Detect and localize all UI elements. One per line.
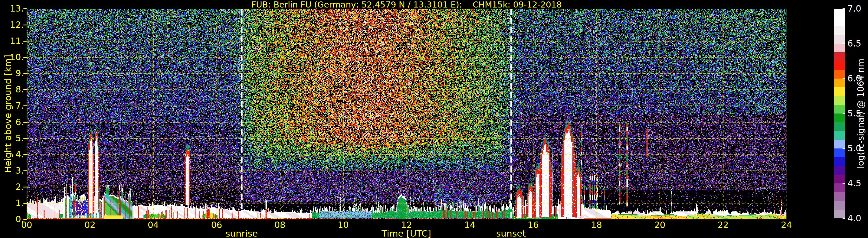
y-tick-label: 9. xyxy=(0,68,24,78)
colorbar-tick-mark xyxy=(842,113,845,114)
y-tick-label: 2. xyxy=(0,182,24,192)
colorbar-tick-mark xyxy=(842,8,845,9)
x-axis-label: Time [UTC] xyxy=(381,229,431,238)
y-tick-label: 10. xyxy=(0,52,24,62)
x-tick-label: 22 xyxy=(706,220,740,230)
colorbar-tick-label: 6.5 xyxy=(847,38,868,49)
x-tick-label: 04 xyxy=(136,220,170,230)
y-tick-mark xyxy=(24,8,27,9)
y-tick-mark xyxy=(24,170,27,171)
colorbar-tick-mark xyxy=(842,218,845,219)
y-tick-label: 3. xyxy=(0,166,24,176)
y-tick-mark xyxy=(24,203,27,204)
plot-area xyxy=(27,9,786,219)
colorbar-tick-label: 4.5 xyxy=(847,178,868,189)
y-tick-mark xyxy=(24,154,27,155)
y-tick-mark xyxy=(24,57,27,58)
y-tick-label: 11. xyxy=(0,36,24,46)
y-tick-label: 4. xyxy=(0,149,24,160)
heatmap-canvas xyxy=(27,9,786,219)
x-tick-label: 10 xyxy=(326,220,361,230)
y-tick-label: 7. xyxy=(0,101,24,111)
y-tick-mark xyxy=(24,89,27,90)
sunrise-label: sunrise xyxy=(225,229,258,238)
colorbar-tick-mark xyxy=(842,78,845,79)
y-tick-label: 13. xyxy=(0,3,24,14)
sunset-label: sunset xyxy=(496,229,526,238)
y-tick-mark xyxy=(24,122,27,123)
ceilometer-quicklook: FUB: Berlin FU (Germany; 52.4579 N / 13.… xyxy=(0,0,868,238)
colorbar-tick-mark xyxy=(842,148,845,149)
y-tick-mark xyxy=(24,105,27,106)
colorbar-tick-label: 4.0 xyxy=(847,213,868,224)
y-tick-mark xyxy=(24,186,27,188)
colorbar-tick-mark xyxy=(842,183,845,184)
y-tick-label: 5. xyxy=(0,133,24,143)
y-tick-label: 8. xyxy=(0,84,24,95)
colorbar-tick-label: 7.0 xyxy=(847,3,868,14)
x-tick-label: 18 xyxy=(579,220,614,230)
y-tick-label: 1. xyxy=(0,198,24,208)
y-tick-mark xyxy=(24,73,27,74)
x-tick-label: 02 xyxy=(72,220,107,230)
x-tick-label: 24 xyxy=(769,220,804,230)
y-tick-label: 6. xyxy=(0,117,24,127)
x-tick-label: 20 xyxy=(642,220,677,230)
x-tick-label: 14 xyxy=(453,220,487,230)
page-title: FUB: Berlin FU (Germany; 52.4579 N / 13.… xyxy=(27,0,786,9)
y-tick-mark xyxy=(24,138,27,139)
colorbar-label: log(rc-signal) @ 1064 nm xyxy=(856,59,866,168)
y-tick-label: 12. xyxy=(0,20,24,30)
colorbar-tick-mark xyxy=(842,43,845,44)
y-tick-mark xyxy=(24,41,27,42)
y-tick-mark xyxy=(24,25,27,26)
x-tick-label: 08 xyxy=(262,220,297,230)
x-tick-label: 00 xyxy=(9,220,44,230)
